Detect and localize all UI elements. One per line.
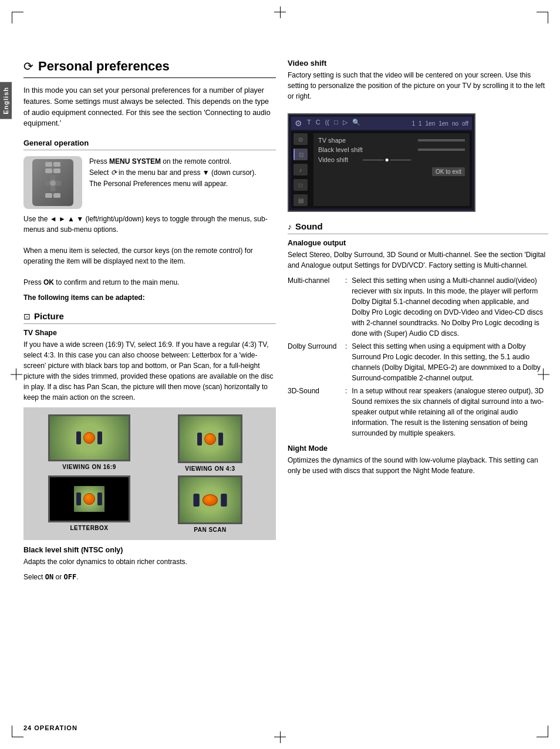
- dvd-menu-screenshot: ⚙ T C (( □ ▷ 🔍 1 1 1en 1en no off: [288, 113, 475, 212]
- black-level-text: Adapts the color dynamics to obtain rich…: [23, 556, 276, 567]
- sound-section: ♪ Sound Analogue output Select Stereo, D…: [288, 221, 548, 476]
- viewing-item-panscan: PAN SCAN: [151, 475, 269, 533]
- player-8: [221, 494, 227, 507]
- dvd-slider-thumb-icon: ●: [384, 156, 389, 164]
- dvd-black-level-label: Black level shift: [318, 146, 363, 153]
- dvd-slider: ───── ● ─────: [363, 156, 411, 164]
- dvd-icon-audio: ((: [325, 119, 329, 128]
- dvd-icon-menu: ▤: [294, 194, 308, 206]
- top-center-cross: [274, 12, 286, 12]
- remote-btn-row3: [45, 193, 60, 198]
- general-op-header: General operation: [23, 139, 276, 150]
- remote-btn4: [53, 168, 60, 173]
- video-shift-text: Factory setting is such that the video w…: [288, 70, 548, 102]
- player-7: [193, 494, 199, 507]
- analogue-intro: Select Stereo, Dolby Surround, 3D Sound …: [288, 249, 548, 271]
- sound-heading: Sound: [295, 221, 323, 231]
- dvd-menu-icons: ⚙ T C (( □ ▷ 🔍: [295, 119, 360, 128]
- gen-op-description: Use the ◄ ► ▲ ▼ (left/right/up/down) key…: [23, 214, 276, 288]
- sound-icon: ♪: [288, 222, 292, 231]
- def-row-dolby: Dolby Surround : Select this setting whe…: [288, 341, 548, 383]
- basketball-wide-scene: [50, 416, 129, 460]
- ball-4: [203, 494, 218, 506]
- dvd-icon-disc: ⊙: [294, 133, 308, 145]
- letterbox-top: [50, 477, 129, 486]
- sound-header: ♪ Sound: [288, 221, 548, 234]
- dvd-menu-values: 1 1 1en 1en no off: [411, 120, 468, 127]
- remote-btn-row1: [45, 162, 60, 167]
- corner-mark-br: [537, 726, 548, 737]
- dvd-val-2: 1: [419, 120, 422, 127]
- dvd-slider-right: ─────: [390, 157, 411, 163]
- remote-control-image: [23, 156, 82, 209]
- dvd-row-videoshift: Video shift ───── ● ─────: [316, 154, 467, 165]
- tv-screen-wide: [48, 414, 130, 461]
- page-title: Personal preferences: [38, 59, 170, 74]
- off-text: OFF: [63, 573, 76, 581]
- tv-screen-standard: [178, 414, 242, 463]
- dvd-icon-note: ♪: [294, 164, 308, 176]
- dvd-val-3: 1en: [426, 120, 436, 127]
- dvd-icon-rect: □: [334, 119, 338, 128]
- picture-section: ⊡ Picture TV Shape If you have a wide sc…: [23, 311, 276, 582]
- remote-dpad: [45, 175, 61, 191]
- remote-btn6: [53, 193, 60, 198]
- gen-op-cursor: ▼: [203, 168, 210, 177]
- viewing-label-standard: VIEWING ON 4:3: [185, 465, 235, 472]
- general-op-content: Press MENU SYSTEM on the remote control.…: [23, 156, 276, 209]
- page-container: English ⟳ Personal preferences In this m…: [0, 0, 560, 749]
- tv-screen-letterbox: [48, 475, 130, 522]
- gen-op-on: on the remote control.: [161, 157, 231, 166]
- remote-dpad-center: [50, 180, 56, 186]
- gen-op-press: Press: [89, 157, 109, 166]
- remote-btn1: [45, 162, 52, 167]
- dvd-icon-t: T: [307, 119, 311, 128]
- viewing-item-letterbox: LETTERBOX: [31, 475, 148, 533]
- dvd-slider-left: ─────: [363, 157, 383, 163]
- def-colon-2: :: [345, 341, 347, 383]
- remote-btn-row2: [45, 168, 60, 173]
- personal-prefs-icon: ⟳: [23, 59, 33, 73]
- on-text: ON: [45, 573, 53, 581]
- dvd-val-1: 1: [411, 120, 415, 127]
- player-2: [97, 431, 102, 444]
- corner-mark-bl: [12, 726, 23, 737]
- remote-btn2: [53, 162, 60, 167]
- def-term-dolby: Dolby Surround: [288, 341, 340, 383]
- bottom-center-cross: [274, 737, 286, 737]
- letterbox-content: [74, 486, 104, 512]
- tv-screen-panscan: [178, 475, 242, 524]
- player-1: [76, 431, 81, 444]
- ball-3: [83, 493, 95, 505]
- general-operation-section: General operation: [23, 139, 276, 302]
- def-row-multichannel: Multi-channel : Select this setting when…: [288, 275, 548, 339]
- def-body-3dsound: In a setup without rear speakers (analog…: [352, 386, 548, 438]
- ball-1: [83, 432, 95, 444]
- gen-op-step3: The Personal Preferences menu will appea…: [89, 178, 276, 190]
- gen-op-select: Select: [89, 168, 111, 177]
- viewing-grid: VIEWING ON 16:9 VIEWING ON 4:3: [23, 407, 276, 540]
- dvd-icon-1: ⚙: [295, 119, 302, 128]
- ball-2: [204, 433, 216, 445]
- viewing-item-standard: VIEWING ON 4:3: [151, 414, 269, 472]
- dvd-icon-c: C: [316, 119, 321, 128]
- gen-op-step5: When a menu item is selected, the cursor…: [23, 245, 276, 266]
- gen-op-step2: Select ⟳ in the menu bar and press ▼ (do…: [89, 167, 276, 178]
- player-5: [76, 492, 81, 505]
- dvd-icon-arrow: ▷: [343, 119, 348, 128]
- left-middle-cross: [11, 369, 22, 381]
- definition-table: Multi-channel : Select this setting when…: [288, 275, 548, 438]
- menu-system-label: MENU SYSTEM: [109, 157, 161, 166]
- black-level-text2: Select ON or OFF.: [23, 572, 276, 582]
- corner-mark-tl: [12, 12, 23, 23]
- following-items-label: The following items can be adapted:: [23, 293, 276, 302]
- letterbox-bottom: [50, 512, 129, 521]
- dvd-black-level-bar: [418, 149, 465, 151]
- remote-body: [32, 159, 73, 206]
- picture-header: ⊡ Picture: [23, 311, 276, 324]
- dvd-tv-shape-bar: [418, 139, 465, 141]
- viewing-label-panscan: PAN SCAN: [194, 527, 226, 533]
- viewing-item-wide: VIEWING ON 16:9: [31, 414, 148, 472]
- right-middle-cross: [538, 369, 549, 381]
- dvd-val-5: no: [452, 120, 458, 127]
